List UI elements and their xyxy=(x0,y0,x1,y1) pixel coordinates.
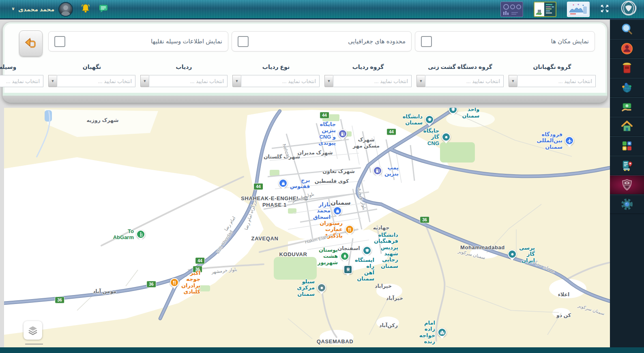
guard-select[interactable] xyxy=(57,75,135,87)
sidebar-item-payments[interactable] xyxy=(610,97,644,117)
checkbox-box-show-places: نمایش مکان ها xyxy=(415,31,595,51)
graduation-icon xyxy=(451,108,456,112)
select-label: گروه دستگاه گشت زنی xyxy=(428,64,492,70)
select-group-guard: نگهبان ▼ xyxy=(48,64,135,87)
sidebar-item-guard-shield-active[interactable] xyxy=(610,175,644,195)
bottom-status-strip xyxy=(0,347,644,353)
person-silhouette-icon xyxy=(59,3,72,16)
select-label: نگهبان xyxy=(83,64,101,70)
vehicle-select[interactable] xyxy=(0,75,43,87)
layer-checkbox-row: نمایش مکان ها محدوده های جغرافیایی نمایش… xyxy=(48,31,595,51)
sidebar-item-global-users[interactable] xyxy=(610,78,644,97)
sidebar-item-home[interactable] xyxy=(610,117,644,136)
top-header-bar: ∨ محمد محمدی xyxy=(0,0,644,19)
chevron-down-icon: ∨ xyxy=(11,6,15,11)
patrol-tracking-icon xyxy=(620,158,634,172)
police-shield-icon xyxy=(620,178,634,192)
sidebar-item-mailbox[interactable] xyxy=(610,58,644,78)
messages-chat-icon[interactable] xyxy=(98,3,109,15)
patrol-device-group-select[interactable] xyxy=(425,75,504,87)
search-icon xyxy=(620,22,634,36)
right-icon-sidebar xyxy=(610,19,644,347)
select-group-tracker-group: گروه ردیاب ▼ xyxy=(324,64,412,87)
tracker-select[interactable] xyxy=(149,75,228,87)
show-places-checkbox[interactable] xyxy=(421,36,432,47)
select-group-tracker: ردیاب ▼ xyxy=(140,64,228,87)
map-base-layer xyxy=(4,108,610,347)
graduation-icon xyxy=(427,117,432,122)
dot-icon xyxy=(444,135,449,140)
chart-window-thumbnail[interactable] xyxy=(567,2,590,17)
dot-icon xyxy=(510,252,515,257)
pages-window-thumbnail-selected[interactable] xyxy=(534,2,556,17)
filters-panel: نمایش مکان ها محدوده های جغرافیایی نمایش… xyxy=(2,22,608,103)
home-icon xyxy=(620,120,634,133)
money-hand-icon xyxy=(620,100,634,114)
checkbox-box-geo-zones: محدوده های جغرافیایی xyxy=(232,31,412,51)
chevron-down-icon[interactable]: ▼ xyxy=(416,75,425,87)
shopping-bag-icon xyxy=(335,208,340,214)
graduation-icon xyxy=(365,248,370,253)
select-label: گروه ردیاب xyxy=(352,64,384,70)
plane-icon xyxy=(567,138,572,143)
sidebar-item-profile[interactable] xyxy=(610,39,644,58)
select-label: وسیله نقلیه xyxy=(0,64,16,70)
hiker-icon xyxy=(138,232,144,237)
map-scale-bar xyxy=(25,344,43,344)
select-group-patrol-device-group: گروه دستگاه گشت زنی ▼ xyxy=(416,64,504,87)
dashboard-window-thumbnail[interactable] xyxy=(500,2,523,17)
guard-group-select[interactable] xyxy=(517,75,596,87)
brand-shield-logo xyxy=(620,0,638,19)
chevron-down-icon[interactable]: ▼ xyxy=(140,75,149,87)
checkbox-label: نمایش مکان ها xyxy=(551,38,589,45)
gear-icon xyxy=(620,197,634,211)
map-canvas[interactable]: شهرک روزیه شهرک گلستان شهرک مدیران شهرک … xyxy=(4,108,610,347)
mosque-icon xyxy=(440,330,445,335)
chevron-down-icon[interactable]: ▼ xyxy=(324,75,333,87)
tracker-type-select[interactable] xyxy=(241,75,320,87)
filter-select-row: گروه نگهبانان ▼ گروه دستگاه گشت زنی ▼ گر… xyxy=(14,64,596,87)
back-arrow-icon xyxy=(24,36,38,50)
select-group-vehicle: وسیله نقلیه ▼ xyxy=(0,64,43,87)
select-group-guard-group: گروه نگهبانان ▼ xyxy=(509,64,596,87)
panel-bottom-edge xyxy=(3,96,607,102)
user-name: محمد محمدی xyxy=(18,6,54,13)
back-button[interactable] xyxy=(19,30,43,56)
checkbox-box-vehicle-info: نمایش اطلاعات وسیله نقلیها xyxy=(48,31,228,51)
select-label: گروه نگهبانان xyxy=(533,64,571,70)
sidebar-item-search[interactable] xyxy=(610,19,644,39)
apps-grid-icon xyxy=(620,139,634,153)
chevron-down-icon[interactable]: ▼ xyxy=(232,75,241,87)
checkbox-label: نمایش اطلاعات وسیله نقلیها xyxy=(151,38,222,45)
sidebar-item-settings[interactable] xyxy=(610,195,644,214)
notifications-bell-icon[interactable] xyxy=(80,3,91,15)
select-group-tracker-type: نوع ردیاب ▼ xyxy=(232,64,320,87)
sidebar-item-patrol-tracking[interactable] xyxy=(610,156,644,175)
map-layers-button[interactable] xyxy=(24,321,42,340)
avatar[interactable] xyxy=(58,2,73,17)
mailbox-icon xyxy=(620,61,634,75)
fuel-icon xyxy=(375,168,380,173)
tree-icon xyxy=(342,254,348,259)
train-icon xyxy=(346,267,351,272)
restaurant-icon xyxy=(172,280,177,285)
tracker-group-select[interactable] xyxy=(333,75,412,87)
user-menu[interactable]: ∨ محمد محمدی xyxy=(11,6,54,13)
layers-icon xyxy=(27,325,39,336)
checkbox-label: محدوده های جغرافیایی xyxy=(348,38,406,45)
chevron-down-icon[interactable]: ▼ xyxy=(509,75,517,87)
fuel-icon xyxy=(340,131,346,137)
sidebar-item-modules[interactable] xyxy=(610,136,644,156)
fullscreen-expand-icon[interactable] xyxy=(600,4,609,15)
select-label: ردیاب xyxy=(176,64,192,70)
app-window: ∨ محمد محمدی xyxy=(0,0,644,353)
shopping-bag-icon xyxy=(281,181,286,186)
globe-users-icon xyxy=(620,81,634,94)
restaurant-icon xyxy=(347,227,352,232)
user-icon xyxy=(620,42,634,56)
dot-icon xyxy=(319,285,324,291)
chevron-down-icon[interactable]: ▼ xyxy=(48,75,57,87)
select-label: نوع ردیاب xyxy=(262,64,290,70)
vehicle-info-checkbox[interactable] xyxy=(54,36,65,47)
geo-zones-checkbox[interactable] xyxy=(238,36,249,47)
